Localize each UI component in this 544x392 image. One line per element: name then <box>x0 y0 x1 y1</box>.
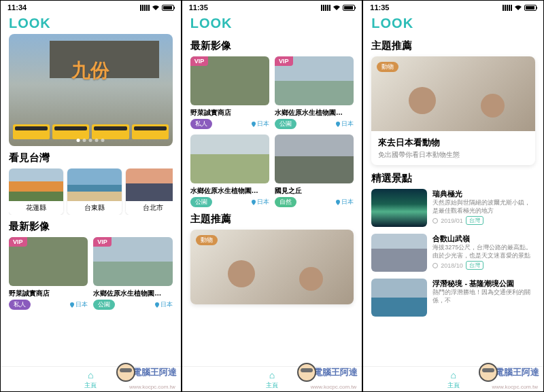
video-card[interactable]: VIP 水鄉佐原水生植物園… 公園日本 <box>275 56 354 129</box>
app-logo: LOOK <box>363 13 543 34</box>
category-tag: 私人 <box>190 119 212 129</box>
section-header-taiwan: 看見台灣 <box>9 152 173 164</box>
clock-icon <box>432 263 438 268</box>
carousel-dots[interactable] <box>77 139 105 142</box>
spot-title: 瑞典極光 <box>432 189 535 199</box>
spot-image <box>371 189 427 227</box>
battery-icon <box>162 5 174 11</box>
spot-row[interactable]: 瑞典極光 天然原始與世隔絕的波爾尤斯小鎮，是最佳觀看極光的地方 2019/01台… <box>371 189 535 227</box>
location-label: 花蓮縣 <box>9 201 63 215</box>
hero-carousel[interactable]: 九份 <box>9 34 173 146</box>
tab-home[interactable]: ⌂主頁 <box>266 370 278 390</box>
clock-icon <box>432 218 438 224</box>
status-bar: 11:35 <box>363 1 543 13</box>
video-title: 國見之丘 <box>275 186 354 196</box>
signal-icon <box>140 5 150 11</box>
video-card[interactable]: VIP 野菜誠實商店 私人日本 <box>9 237 88 310</box>
status-right <box>140 5 174 11</box>
home-icon: ⌂ <box>450 370 456 380</box>
battery-icon <box>343 5 355 11</box>
signal-icon <box>321 5 330 11</box>
phone-screen-2: 11:35 LOOK 最新影像 VIP 野菜誠實商店 私人日本 VIP 水鄉佐原… <box>182 1 362 391</box>
video-card[interactable]: 國見之丘 自然日本 <box>275 135 354 207</box>
spot-desc: 天然原始與世隔絕的波爾尤斯小鎮，是最佳觀看極光的地方 <box>432 199 535 215</box>
theme-image: 動物 <box>371 56 535 131</box>
theme-card[interactable]: 動物 來去日本看動物 免出國帶你看日本動物生態 <box>371 56 535 165</box>
video-title: 水鄉佐原水生植物園… <box>93 289 172 298</box>
battery-icon <box>524 5 537 11</box>
category-tag: 公園 <box>190 197 212 207</box>
vip-badge: VIP <box>9 237 27 247</box>
status-time: 11:35 <box>370 3 389 12</box>
watermark-url: www.kocpc.com.tw <box>129 384 175 390</box>
category-tag: 動物 <box>196 235 218 245</box>
watermark-url: www.kocpc.com.tw <box>492 384 538 390</box>
content-area[interactable]: 九份 看見台灣 花蓮縣 台東縣 台北市 最新影像 VIP 野菜誠實商店 私人日 <box>1 34 181 366</box>
content-area[interactable]: 最新影像 VIP 野菜誠實商店 私人日本 VIP 水鄉佐原水生植物園… 公園日本… <box>182 34 362 366</box>
hero-scene <box>9 124 173 139</box>
video-title: 水鄉佐原水生植物園… <box>190 186 269 196</box>
video-row: VIP 野菜誠實商店 私人日本 VIP 水鄉佐原水生植物園… 公園日本 <box>190 56 354 129</box>
video-row: VIP 野菜誠實商店 私人日本 VIP 水鄉佐原水生植物園… 公園日本 <box>9 237 173 310</box>
content-area[interactable]: 主題推薦 動物 來去日本看動物 免出國帶你看日本動物生態 精選景點 瑞典極光 天… <box>363 34 543 366</box>
location-strip[interactable]: 花蓮縣 台東縣 台北市 <box>9 168 173 215</box>
signal-icon <box>503 5 512 11</box>
category-tag: 動物 <box>377 62 398 72</box>
screenshot-triptych: 11:34 LOOK 九份 看見台灣 花蓮縣 台東縣 <box>0 0 544 392</box>
category-tag: 公園 <box>275 119 296 129</box>
video-title: 野菜誠實商店 <box>190 108 269 118</box>
spot-meta: 2019/01台灣 <box>432 216 535 225</box>
spot-row[interactable]: 合歡山武嶺 海拔3275公尺，台灣公路的最高點。由於少光害，也是天文迷喜愛的景點… <box>371 234 535 272</box>
spot-row[interactable]: 浮潛秘境 - 基隆潮境公園 熱門的浮潛勝地！因為交通便利的關係，不 <box>371 279 535 317</box>
section-header-latest: 最新影像 <box>190 39 354 52</box>
location-label: 台北市 <box>126 201 173 215</box>
location-card[interactable]: 台東縣 <box>67 168 122 215</box>
section-header-spots: 精選景點 <box>371 172 535 185</box>
tab-home[interactable]: ⌂主頁 <box>447 370 460 390</box>
category-tag: 自然 <box>275 197 296 207</box>
phone-screen-1: 11:34 LOOK 九份 看見台灣 花蓮縣 台東縣 <box>1 1 181 391</box>
video-card[interactable]: VIP 水鄉佐原水生植物園… 公園日本 <box>93 237 172 310</box>
theme-image: 動物 <box>190 230 354 304</box>
spot-image <box>371 279 427 317</box>
location-card[interactable]: 花蓮縣 <box>9 168 63 215</box>
wifi-icon <box>514 5 522 11</box>
theme-desc: 免出國帶你看日本動物生態 <box>378 150 528 160</box>
spot-meta: 2018/10台灣 <box>432 261 535 270</box>
wifi-icon <box>152 5 160 11</box>
video-location: 日本 <box>70 300 88 309</box>
spot-title: 浮潛秘境 - 基隆潮境公園 <box>432 279 535 289</box>
video-card[interactable]: 水鄉佐原水生植物園… 公園日本 <box>190 135 269 207</box>
home-icon: ⌂ <box>269 370 275 380</box>
spot-image <box>371 234 427 272</box>
tab-home[interactable]: ⌂主頁 <box>84 370 97 390</box>
phone-screen-3: 11:35 LOOK 主題推薦 動物 來去日本看動物 免出國帶你看日本動物生態 … <box>363 1 543 391</box>
spot-title: 合歡山武嶺 <box>432 234 535 244</box>
status-bar: 11:34 <box>1 1 181 13</box>
section-header-theme: 主題推薦 <box>371 39 535 52</box>
hero-title: 九份 <box>71 58 109 84</box>
video-title: 野菜誠實商店 <box>9 289 88 298</box>
status-time: 11:35 <box>189 3 208 12</box>
video-row: 水鄉佐原水生植物園… 公園日本 國見之丘 自然日本 <box>190 135 354 207</box>
app-logo: LOOK <box>182 13 362 34</box>
vip-badge: VIP <box>275 56 293 66</box>
category-tag: 私人 <box>9 300 31 310</box>
vip-badge: VIP <box>190 56 209 66</box>
section-header-latest: 最新影像 <box>9 220 173 233</box>
spot-desc: 熱門的浮潛勝地！因為交通便利的關係，不 <box>432 289 535 304</box>
video-location: 日本 <box>155 300 173 309</box>
spot-desc: 海拔3275公尺，台灣公路的最高點。由於少光害，也是天文迷喜愛的景點 <box>432 244 535 260</box>
video-card[interactable]: VIP 野菜誠實商店 私人日本 <box>190 56 269 129</box>
watermark-url: www.kocpc.com.tw <box>311 384 357 390</box>
video-title: 水鄉佐原水生植物園… <box>275 108 354 118</box>
status-time: 11:34 <box>7 3 27 12</box>
theme-card[interactable]: 動物 <box>190 230 354 304</box>
status-bar: 11:35 <box>182 1 362 13</box>
location-label: 台東縣 <box>67 201 122 215</box>
location-card[interactable]: 台北市 <box>126 168 173 215</box>
category-tag: 公園 <box>93 300 115 310</box>
wifi-icon <box>333 5 341 11</box>
vip-badge: VIP <box>93 237 112 247</box>
section-header-theme: 主題推薦 <box>190 213 354 226</box>
